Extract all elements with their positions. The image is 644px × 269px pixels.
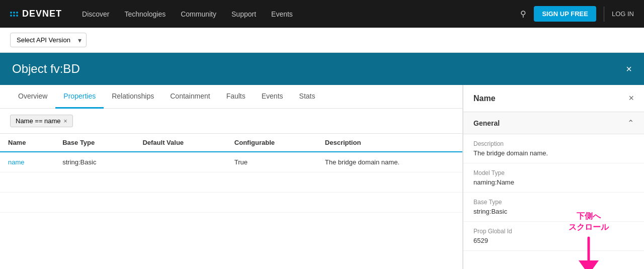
- filter-tag: Name == name ×: [10, 115, 73, 127]
- main-area: Overview Properties Relationships Contai…: [0, 85, 644, 269]
- api-version-select[interactable]: Select API Version: [10, 33, 87, 47]
- object-title: Object fv:BD: [12, 62, 80, 76]
- signup-button[interactable]: SIGN UP FREE: [534, 6, 596, 22]
- table-row-empty-2: [0, 193, 462, 213]
- nav-events[interactable]: Events: [271, 10, 293, 18]
- col-default-value: Default Value: [134, 134, 226, 152]
- cell-base-type: string:Basic: [54, 152, 134, 172]
- scroll-arrow-icon: [574, 235, 604, 269]
- table-row-empty-1: [0, 172, 462, 193]
- cell-default-value: [134, 152, 226, 172]
- login-button[interactable]: LOG IN: [612, 10, 634, 18]
- field-model-type: Model Type naming:Name: [463, 163, 644, 193]
- nav-technologies[interactable]: Technologies: [124, 10, 166, 18]
- tab-stats[interactable]: Stats: [291, 85, 324, 109]
- search-icon[interactable]: ⚲: [520, 9, 526, 19]
- object-close-button[interactable]: ×: [626, 63, 632, 75]
- field-prop-global-id-value: 6529: [473, 237, 634, 244]
- table-header-row: Name Base Type Default Value Configurabl…: [0, 134, 462, 152]
- api-version-bar: Select API Version: [0, 28, 644, 53]
- general-section-title: General: [473, 119, 500, 127]
- right-panel: Name × General ⌃ Description The bridge …: [463, 85, 644, 269]
- col-configurable: Configurable: [226, 134, 317, 152]
- panel-title: Name: [473, 94, 496, 103]
- field-prop-global-id: Prop Global Id 6529: [463, 222, 644, 251]
- cell-name: name: [0, 152, 54, 172]
- col-description: Description: [317, 134, 462, 152]
- tabs-bar: Overview Properties Relationships Contai…: [0, 85, 462, 109]
- field-base-type-label: Base Type: [473, 199, 634, 206]
- nav-right: ⚲ SIGN UP FREE LOG IN: [520, 6, 634, 22]
- field-base-type-value: string:Basic: [473, 208, 634, 215]
- nav-links: Discover Technologies Community Support …: [82, 10, 505, 18]
- field-description-label: Description: [473, 140, 634, 147]
- properties-table: Name Base Type Default Value Configurabl…: [0, 134, 462, 213]
- left-panel: Overview Properties Relationships Contai…: [0, 85, 463, 269]
- nav-divider: [604, 7, 604, 22]
- filter-remove-button[interactable]: ×: [64, 118, 67, 125]
- section-collapse-icon[interactable]: ⌃: [627, 118, 634, 128]
- nav-discover[interactable]: Discover: [82, 10, 109, 18]
- nav-support[interactable]: Support: [231, 10, 256, 18]
- panel-close-button[interactable]: ×: [628, 93, 634, 104]
- devnet-logo-text: DEVNET: [22, 9, 62, 19]
- nav-community[interactable]: Community: [181, 10, 216, 18]
- api-version-select-wrapper[interactable]: Select API Version: [10, 33, 87, 47]
- tab-containment[interactable]: Containment: [162, 85, 218, 109]
- field-model-type-value: naming:Name: [473, 178, 634, 186]
- cell-description: The bridge domain name.: [317, 152, 462, 172]
- cell-configurable: True: [226, 152, 317, 172]
- top-nav: DEVNET Discover Technologies Community S…: [0, 0, 644, 28]
- panel-header: Name ×: [463, 85, 644, 112]
- col-name: Name: [0, 134, 54, 152]
- filter-tag-text: Name == name: [16, 117, 61, 125]
- scroll-annotation: 下側へ スクロール: [569, 211, 609, 269]
- field-prop-global-id-label: Prop Global Id: [473, 228, 634, 235]
- tab-overview[interactable]: Overview: [10, 85, 55, 109]
- panel-content: General ⌃ Description The bridge domain …: [463, 112, 644, 269]
- tab-events[interactable]: Events: [254, 85, 291, 109]
- object-header: Object fv:BD ×: [0, 53, 644, 85]
- field-model-type-label: Model Type: [473, 169, 634, 176]
- svg-marker-1: [579, 260, 599, 269]
- tab-properties[interactable]: Properties: [55, 85, 104, 109]
- field-description: Description The bridge domain name.: [463, 134, 644, 163]
- col-base-type: Base Type: [54, 134, 134, 152]
- field-description-value: The bridge domain name.: [473, 149, 634, 157]
- tab-faults[interactable]: Faults: [218, 85, 254, 109]
- general-section-header: General ⌃: [463, 112, 644, 134]
- name-link[interactable]: name: [8, 158, 25, 166]
- scroll-text: 下側へ スクロール: [569, 211, 609, 233]
- filter-bar: Name == name ×: [0, 109, 462, 134]
- logo-area: DEVNET: [10, 9, 62, 19]
- table-row: name string:Basic True The bridge domain…: [0, 152, 462, 172]
- field-base-type: Base Type string:Basic: [463, 193, 644, 222]
- cisco-logo: [10, 12, 18, 17]
- tab-relationships[interactable]: Relationships: [104, 85, 162, 109]
